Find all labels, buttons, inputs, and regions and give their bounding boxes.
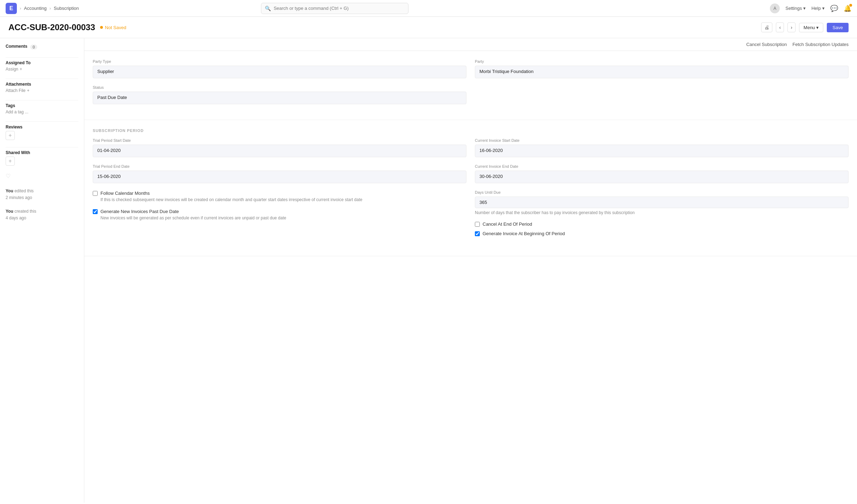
- party-type-group: Party Type Supplier: [93, 59, 466, 78]
- status-label: Status: [93, 85, 466, 89]
- breadcrumb-sep-2: ›: [50, 6, 51, 11]
- help-chevron-icon: ▾: [822, 6, 825, 11]
- cancel-end-label[interactable]: Cancel At End Of Period: [483, 221, 532, 227]
- status-row: Status Past Due Date: [93, 85, 849, 104]
- invoice-end-group: Current Invoice End Date 30-06-2020: [475, 164, 849, 183]
- main-content: Cancel Subscription Fetch Subscription U…: [84, 38, 857, 503]
- comments-label: Comments: [6, 44, 27, 49]
- cancel-end-checkbox[interactable]: [475, 222, 480, 227]
- generate-invoices-content: Generate New Invoices Past Due Date New …: [100, 208, 286, 221]
- status-badge: Not Saved: [100, 25, 126, 30]
- notification-dot: [849, 4, 852, 7]
- sidebar-comments-section: Comments 0: [6, 44, 78, 50]
- settings-link[interactable]: Settings ▾: [785, 6, 806, 11]
- next-button[interactable]: ›: [787, 22, 796, 32]
- generate-beginning-row: Generate Invoice At Beginning Of Period: [475, 231, 849, 236]
- generate-beginning-checkbox[interactable]: [475, 231, 480, 236]
- sidebar-attachments-section: Attachments Attach File +: [6, 82, 78, 93]
- right-col: Current Invoice Start Date 16-06-2020 Cu…: [475, 138, 849, 240]
- party-type-value: Supplier: [93, 66, 466, 78]
- top-navbar: E › Accounting › Subscription 🔍 A Settin…: [0, 0, 857, 17]
- left-col: Trial Period Start Date 01-04-2020 Trial…: [93, 138, 466, 240]
- history-time-1: 4 days ago: [6, 215, 26, 220]
- add-review-button[interactable]: +: [6, 131, 15, 140]
- generate-invoices-checkbox[interactable]: [93, 209, 98, 214]
- doc-title: ACC-SUB-2020-00033: [8, 22, 95, 32]
- generate-invoices-row: Generate New Invoices Past Due Date New …: [93, 208, 466, 221]
- chat-icon[interactable]: 💬: [830, 5, 838, 12]
- add-shared-button[interactable]: +: [6, 157, 15, 166]
- breadcrumb-accounting[interactable]: Accounting: [24, 6, 46, 11]
- generate-invoices-label[interactable]: Generate New Invoices Past Due Date: [100, 209, 179, 214]
- follow-calendar-content: Follow Calendar Months If this is checke…: [100, 190, 362, 203]
- invoice-end-value: 30-06-2020: [475, 171, 849, 183]
- invoice-start-value: 16-06-2020: [475, 145, 849, 157]
- comments-count: 0: [30, 45, 37, 49]
- sidebar-shared-section: Shared With +: [6, 150, 78, 166]
- generate-invoices-desc: New invoices will be generated as per sc…: [100, 215, 286, 221]
- history-item-0: You edited this 2 minutes ago: [6, 188, 78, 201]
- not-saved-label: Not Saved: [105, 25, 126, 30]
- fetch-subscription-updates-button[interactable]: Fetch Subscription Updates: [792, 42, 849, 47]
- breadcrumb-subscription[interactable]: Subscription: [54, 6, 79, 11]
- party-label: Party: [475, 59, 849, 64]
- status-group: Status Past Due Date: [93, 85, 466, 104]
- party-group: Party Morbi Tristique Foundation: [475, 59, 849, 78]
- prev-button[interactable]: ‹: [776, 22, 784, 32]
- trial-end-group: Trial Period End Date 15-06-2020: [93, 164, 466, 183]
- search-icon: 🔍: [265, 6, 271, 11]
- main-layout: Comments 0 Assigned To Assign + Attachme…: [0, 38, 857, 503]
- attach-file-action[interactable]: Attach File +: [6, 88, 78, 93]
- menu-chevron-icon: ▾: [816, 25, 819, 30]
- trial-start-group: Trial Period Start Date 01-04-2020: [93, 138, 466, 157]
- follow-calendar-desc: If this is checked subsequent new invoic…: [100, 197, 362, 203]
- cancel-end-row: Cancel At End Of Period: [475, 221, 849, 227]
- follow-calendar-label[interactable]: Follow Calendar Months: [100, 191, 150, 196]
- help-link[interactable]: Help ▾: [811, 6, 825, 11]
- assigned-to-label: Assigned To: [6, 60, 78, 65]
- party-form-section: Party Type Supplier Party Morbi Tristiqu…: [84, 51, 857, 120]
- nav-right: A Settings ▾ Help ▾ 💬 🔔: [770, 4, 851, 13]
- generate-beginning-label[interactable]: Generate Invoice At Beginning Of Period: [483, 231, 565, 236]
- trial-end-value: 15-06-2020: [93, 171, 466, 183]
- app-icon[interactable]: E: [6, 3, 17, 14]
- trial-start-label: Trial Period Start Date: [93, 138, 466, 142]
- settings-chevron-icon: ▾: [803, 6, 806, 11]
- status-placeholder: [475, 85, 849, 104]
- invoice-start-label: Current Invoice Start Date: [475, 138, 849, 142]
- days-until-due-input[interactable]: [475, 197, 849, 208]
- follow-calendar-checkbox[interactable]: [93, 191, 98, 196]
- print-button[interactable]: 🖨: [761, 22, 772, 32]
- page-header: ACC-SUB-2020-00033 Not Saved 🖨 ‹ › Menu …: [0, 17, 857, 38]
- days-until-due-group: Days Until Due Number of days that the s…: [475, 190, 849, 216]
- favorite-icon[interactable]: ♡: [6, 173, 78, 179]
- history-action-0: edited this: [14, 188, 34, 193]
- sidebar-assigned-section: Assigned To Assign +: [6, 60, 78, 72]
- add-tag-action[interactable]: Add a tag ...: [6, 110, 78, 114]
- attachments-label: Attachments: [6, 82, 78, 87]
- trial-dates-row: Trial Period Start Date 01-04-2020 Trial…: [93, 138, 849, 240]
- invoice-end-label: Current Invoice End Date: [475, 164, 849, 168]
- bell-button[interactable]: 🔔: [844, 5, 851, 12]
- sidebar: Comments 0 Assigned To Assign + Attachme…: [0, 38, 84, 503]
- follow-calendar-row: Follow Calendar Months If this is checke…: [93, 190, 466, 203]
- assign-action[interactable]: Assign +: [6, 67, 78, 72]
- days-until-due-desc: Number of days that the subscriber has t…: [475, 210, 849, 216]
- trial-start-value: 01-04-2020: [93, 145, 466, 157]
- sidebar-tags-section: Tags Add a tag ...: [6, 103, 78, 114]
- save-button[interactable]: Save: [827, 23, 849, 32]
- days-until-due-label: Days Until Due: [475, 190, 849, 194]
- history-item-1: You created this 4 days ago: [6, 208, 78, 221]
- sidebar-reviews-section: Reviews +: [6, 125, 78, 140]
- subscription-period-title: SUBSCRIPTION PERIOD: [93, 128, 849, 133]
- breadcrumb-sep-1: ›: [20, 6, 21, 11]
- shared-with-label: Shared With: [6, 150, 78, 155]
- search-input[interactable]: [274, 6, 405, 11]
- history-section: You edited this 2 minutes ago You create…: [6, 188, 78, 221]
- attach-plus-icon: +: [27, 88, 30, 93]
- menu-button[interactable]: Menu ▾: [799, 23, 824, 32]
- cancel-subscription-button[interactable]: Cancel Subscription: [746, 42, 787, 47]
- search-bar[interactable]: 🔍: [261, 3, 408, 14]
- status-value: Past Due Date: [93, 92, 466, 104]
- subscription-period-section: SUBSCRIPTION PERIOD Trial Period Start D…: [84, 120, 857, 256]
